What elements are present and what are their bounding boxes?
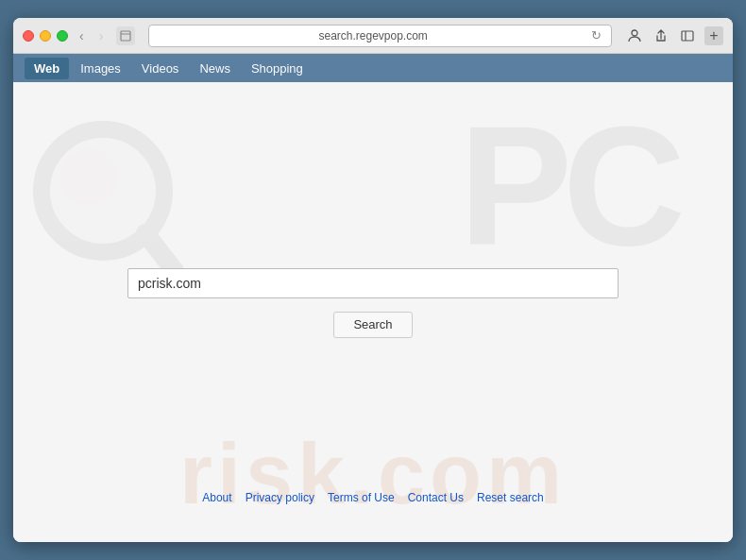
svg-point-5: [42, 129, 164, 252]
magnifier-watermark: [32, 120, 183, 290]
browser-window: ‹ › search.regevpop.com ↻: [13, 18, 733, 542]
close-button[interactable]: [23, 30, 34, 42]
person-icon[interactable]: [625, 26, 644, 45]
footer-about-link[interactable]: About: [202, 491, 231, 504]
share-icon[interactable]: [652, 26, 670, 45]
tab-web[interactable]: Web: [25, 58, 69, 79]
footer-contact-link[interactable]: Contact Us: [408, 491, 464, 504]
toolbar-right: +: [625, 26, 723, 45]
footer-terms-link[interactable]: Terms of Use: [328, 491, 395, 504]
maximize-button[interactable]: [57, 30, 68, 42]
risk-watermark: risk.com: [32, 426, 714, 523]
search-button[interactable]: Search: [333, 312, 413, 338]
sidebar-icon[interactable]: [678, 26, 697, 45]
search-area: Search: [127, 268, 619, 338]
svg-point-6: [60, 148, 117, 205]
title-bar: ‹ › search.regevpop.com ↻: [13, 18, 733, 54]
tab-images[interactable]: Images: [71, 58, 130, 79]
footer-privacy-link[interactable]: Privacy policy: [246, 491, 314, 504]
footer-reset-link[interactable]: Reset search: [477, 491, 544, 504]
address-bar[interactable]: search.regevpop.com ↻: [148, 25, 612, 47]
url-text: search.regevpop.com: [157, 29, 589, 42]
svg-rect-3: [682, 31, 693, 41]
page-icon: [116, 26, 135, 45]
pc-watermark: PC: [459, 101, 676, 271]
back-button[interactable]: ‹: [76, 27, 88, 44]
minimize-button[interactable]: [40, 30, 51, 42]
traffic-lights: [23, 30, 68, 42]
reload-button[interactable]: ↻: [589, 28, 603, 42]
tab-news[interactable]: News: [190, 58, 240, 79]
nav-tabs: Web Images Videos News Shopping: [13, 54, 733, 82]
forward-button[interactable]: ›: [95, 27, 108, 44]
main-content: PC risk.com Search About Privacy policy …: [13, 82, 733, 542]
tab-shopping[interactable]: Shopping: [242, 58, 313, 79]
tab-videos[interactable]: Videos: [132, 58, 189, 79]
svg-rect-0: [121, 31, 130, 41]
footer-links: About Privacy policy Terms of Use Contac…: [13, 491, 733, 504]
search-input[interactable]: [127, 268, 619, 298]
svg-point-2: [632, 30, 637, 36]
new-tab-button[interactable]: +: [704, 26, 723, 45]
